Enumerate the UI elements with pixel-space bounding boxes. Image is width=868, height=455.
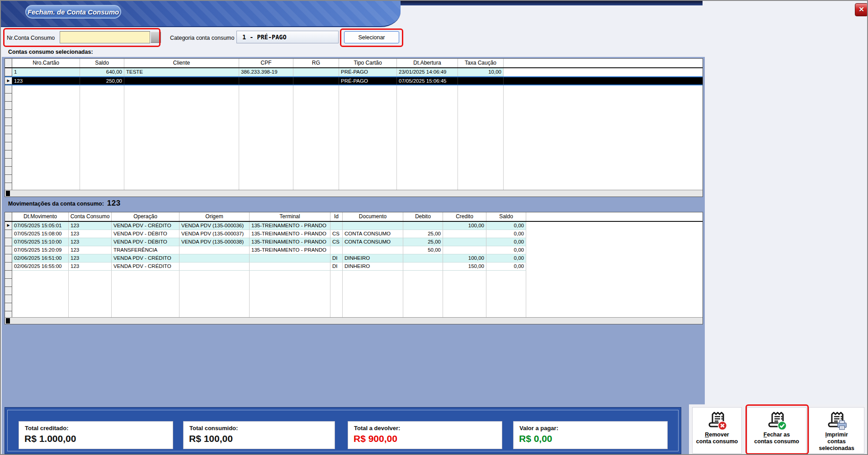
grid-cell [12, 175, 80, 183]
grid-cell [112, 279, 179, 287]
grid-cell: 150,00 [443, 263, 486, 271]
total-value: R$ 1.000,00 [24, 433, 76, 444]
grid-header: Dt.MovimentoConta ConsumoOperaçãoOrigemT… [5, 212, 703, 222]
scrollbar-thumb[interactable] [6, 318, 10, 324]
grid-cell: VENDA PDV - CRÉDITO [112, 254, 179, 263]
row-indicator-cell: ▶ [5, 77, 12, 84]
grid-cell [80, 94, 124, 102]
grid-cell: CS [330, 238, 343, 246]
grid-cell [293, 85, 339, 94]
remove-account-button[interactable]: Removerconta consumo [692, 407, 742, 454]
grid-cell [112, 287, 179, 295]
row-indicator-cell [5, 110, 12, 118]
grid-cell: PRÉ-PAGO [339, 68, 397, 76]
grid-cell [339, 102, 397, 110]
grid-cell [239, 77, 293, 84]
grid-cell [397, 94, 458, 102]
scrollbar-thumb[interactable] [6, 191, 10, 196]
movement-row[interactable]: 02/06/2025 16:55:00123VENDA PDV - CRÉDIT… [5, 263, 703, 271]
grid-cell [293, 150, 339, 159]
grid-cell [12, 150, 80, 159]
total-card: Total a devolver: R$ 900,00 [348, 421, 502, 449]
grid-cell [124, 77, 239, 84]
grid-cell [124, 102, 239, 110]
close-accounts-button[interactable]: Fechar ascontas consumo [747, 407, 807, 454]
grid-cell: TESTE [124, 68, 239, 76]
account-row[interactable]: 1640,00TESTE386.233.398-19PRÉ-PAGO23/01/… [5, 68, 703, 76]
grid-cell: 100,00 [443, 254, 486, 263]
close-button[interactable]: ✕ [855, 3, 868, 16]
grid-cell: 123 [69, 230, 112, 238]
grid-cell [343, 271, 403, 279]
grid-cell [12, 134, 80, 142]
grid-cell [239, 85, 293, 94]
grid-cell [458, 150, 504, 159]
select-button[interactable]: Selecionar [344, 31, 399, 43]
row-indicator-cell [5, 230, 12, 238]
total-value: R$ 900,00 [354, 433, 397, 444]
empty-row [5, 167, 703, 175]
empty-row [5, 295, 703, 303]
column-header: Saldo [486, 212, 526, 221]
grid-cell [239, 150, 293, 159]
row-indicator-cell [5, 94, 12, 102]
grid-cell: DI [330, 254, 343, 263]
empty-row [5, 126, 703, 134]
grid-cell [124, 94, 239, 102]
empty-row [5, 183, 703, 190]
grid-cell [250, 279, 330, 287]
category-field[interactable]: 1 - PRÉ-PAGO [236, 31, 339, 43]
empty-row [5, 303, 703, 311]
totals-panel: Total creditado: R$ 1.000,00 Total consu… [5, 407, 681, 454]
column-header: Id [330, 212, 343, 221]
grid-cell [486, 295, 526, 303]
empty-row [5, 134, 703, 142]
grid-cell: DI [330, 263, 343, 271]
grid-cell [80, 102, 124, 110]
grid-cell [179, 295, 250, 303]
grid-cell [339, 110, 397, 118]
account-number-input[interactable] [60, 31, 150, 43]
grid-cell: TRANSFERÊNCIA [112, 246, 179, 254]
account-lookup-button[interactable] [151, 32, 161, 43]
grid-cell [486, 271, 526, 279]
movement-row[interactable]: 02/06/2025 16:51:00123VENDA PDV - CRÉDIT… [5, 254, 703, 263]
movement-row[interactable]: 07/05/2025 15:08:00123VENDA PDV - DÉBITO… [5, 230, 703, 238]
movement-row[interactable]: ▶07/05/2025 15:05:01123VENDA PDV - CRÉDI… [5, 222, 703, 230]
movement-row[interactable]: 07/05/2025 15:10:00123VENDA PDV - DÉBITO… [5, 238, 703, 246]
grid-cell [486, 287, 526, 295]
total-card: Total consumido: R$ 100,00 [183, 421, 335, 449]
grid-cell [80, 134, 124, 142]
grid-cell [250, 295, 330, 303]
grid-cell: 123 [69, 238, 112, 246]
grid-cell: PRÉ-PAGO [339, 77, 397, 84]
column-header: Debito [403, 212, 443, 221]
grid-cell: 25,00 [403, 238, 443, 246]
grid-cell [250, 254, 330, 263]
total-value: R$ 100,00 [189, 433, 233, 444]
account-row[interactable]: ▶123250,00PRÉ-PAGO07/05/2025 15:06:45 [5, 76, 703, 85]
grid-cell [179, 271, 250, 279]
row-indicator-cell [5, 238, 12, 246]
grid-cell [443, 287, 486, 295]
grid-cell: 135-TREINAMENTO - PRANDO [250, 230, 330, 238]
movement-row[interactable]: 07/05/2025 15:20:09123TRANSFERÊNCIA135-T… [5, 246, 703, 254]
grid-cell [12, 311, 69, 317]
grid-cell [343, 311, 403, 317]
grid-cell: 250,00 [80, 77, 124, 84]
grid-cell [397, 167, 458, 175]
category-label: Categoria conta consumo [170, 35, 234, 41]
grid-cell [293, 94, 339, 102]
grid-cell [80, 175, 124, 183]
row-indicator-cell [5, 254, 12, 263]
grid-body: ▶07/05/2025 15:05:01123VENDA PDV - CRÉDI… [5, 222, 703, 317]
grid-cell [339, 94, 397, 102]
grid-cell [403, 254, 443, 263]
grid-cell: VENDA PDV - DÉBITO [112, 238, 179, 246]
total-label: Total consumido: [189, 425, 238, 432]
print-accounts-button[interactable]: Imprimircontasselecionadas [809, 407, 864, 454]
grid-cell [403, 311, 443, 317]
row-indicator-cell [5, 271, 12, 279]
column-header: Taxa Caução [458, 59, 504, 67]
column-header: Origem [179, 212, 250, 221]
